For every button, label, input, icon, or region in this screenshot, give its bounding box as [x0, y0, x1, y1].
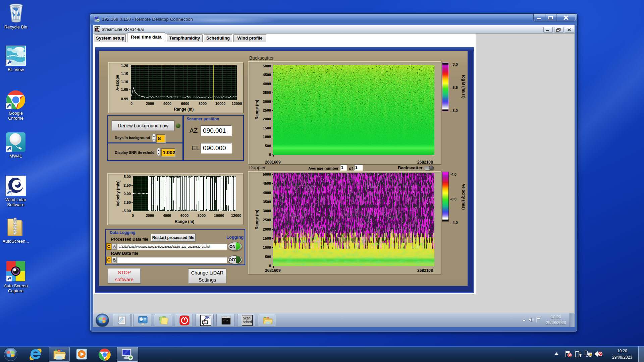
svg-text:C:\_: C:\_: [223, 319, 228, 321]
svg-text:!: !: [589, 355, 590, 357]
svg-text:sched: sched: [243, 320, 252, 324]
svg-text:Scan: Scan: [243, 316, 251, 320]
